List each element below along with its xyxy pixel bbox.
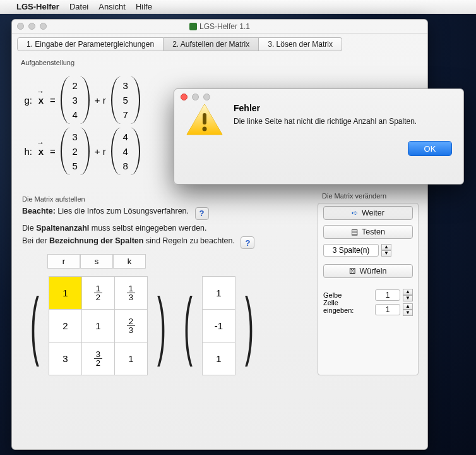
gelbe-row-down[interactable]: ▼ xyxy=(403,295,413,301)
eq-h-point: 3 2 5 xyxy=(61,128,90,175)
matrix-cell[interactable]: 12 xyxy=(81,277,114,310)
spalten-input[interactable] xyxy=(323,244,379,257)
hint-bezeichnung: Bei der Bezeichnung der Spalten sind Reg… xyxy=(22,236,307,250)
hint-spaltenanzahl: Die Spaltenanzahl muss selbst eingegeben… xyxy=(22,224,307,233)
eq-h-dir: 4 4 8 xyxy=(111,128,140,175)
error-dialog: Fehler Die linke Seite hat nicht die ric… xyxy=(174,88,464,185)
svg-rect-0 xyxy=(203,113,206,124)
tab-eingabe[interactable]: 1. Eingabe der Parametergleichungen xyxy=(17,37,164,51)
close-icon[interactable] xyxy=(17,23,24,30)
spalten-step-down[interactable]: ▼ xyxy=(381,250,391,257)
menu-datei[interactable]: Datei xyxy=(69,2,88,11)
alert-title: Fehler xyxy=(234,103,417,113)
gelbe-col-down[interactable]: ▼ xyxy=(403,310,413,316)
vector-x-icon: x xyxy=(37,146,45,157)
spalten-step-up[interactable]: ▲ xyxy=(381,244,391,250)
warning-icon xyxy=(186,103,223,136)
equals: = xyxy=(50,95,56,106)
gelbe-col-input[interactable] xyxy=(375,304,400,315)
matrix-grid: 1 12 13 2 1 23 3 32 1 xyxy=(49,276,148,375)
titlebar: LGS-Helfer 1.1 xyxy=(12,20,427,33)
label-veraendern: Die Matrix verändern xyxy=(322,192,413,200)
alert-message: Die linke Seite hat nicht die richtige A… xyxy=(234,117,417,126)
dice-icon: ⚄ xyxy=(349,267,355,276)
tabs: 1. Eingabe der Parametergleichungen 2. A… xyxy=(17,37,422,51)
label-aufstellen: Die Matrix aufstellen xyxy=(22,195,307,203)
window-title: LGS-Helfer 1.1 xyxy=(199,22,250,31)
ok-button[interactable]: OK xyxy=(408,141,452,156)
matrix-cell[interactable]: 1 xyxy=(81,310,114,343)
testen-button[interactable]: ▤ Testen xyxy=(323,225,413,239)
svg-point-1 xyxy=(203,127,207,131)
rhs-cell[interactable]: 1 xyxy=(202,277,235,310)
menubar: LGS-Helfer Datei Ansicht Hilfe xyxy=(0,0,476,14)
col-header-k[interactable]: k xyxy=(113,254,146,269)
help-spalten-button[interactable]: ? xyxy=(241,236,254,249)
equals: = xyxy=(50,146,56,157)
matrix-cell[interactable]: 3 xyxy=(49,343,81,375)
rhs-cell[interactable]: 1 xyxy=(202,343,235,375)
col-header-r[interactable]: r xyxy=(47,254,80,269)
eq-g-label: g: xyxy=(21,95,32,106)
gelbe-row-up[interactable]: ▲ xyxy=(403,289,413,295)
gelbe-zelle-group: Gelbe Zelle eingeben: ▲ ▼ xyxy=(323,287,413,318)
weiter-button[interactable]: ➪ Weiter xyxy=(323,206,413,220)
plus-r: + r xyxy=(95,146,106,157)
matrix-cell[interactable]: 23 xyxy=(114,310,147,343)
tab-loesen[interactable]: 3. Lösen der Matrix xyxy=(259,37,342,51)
close-icon[interactable] xyxy=(181,94,187,100)
gelbe-row-input[interactable] xyxy=(375,289,400,301)
rhs-cell[interactable]: -1 xyxy=(202,310,235,343)
plus-r: + r xyxy=(95,95,106,106)
minimize-icon[interactable] xyxy=(192,94,199,100)
clipboard-icon: ▤ xyxy=(351,228,358,236)
hint-beachte: Beachte: Lies die Infos zum Lösungsverfa… xyxy=(22,207,307,220)
zoom-icon[interactable] xyxy=(203,94,210,100)
col-header-s[interactable]: s xyxy=(80,254,113,269)
help-verfahren-button[interactable]: ? xyxy=(195,207,209,220)
matrix-col-headers: r s k xyxy=(47,254,307,269)
menu-hilfe[interactable]: Hilfe xyxy=(136,2,152,11)
minimize-icon[interactable] xyxy=(28,23,35,30)
zoom-icon[interactable] xyxy=(40,23,47,30)
label-aufgabe: Aufgabenstellung xyxy=(21,59,419,66)
main-window: LGS-Helfer 1.1 1. Eingabe der Parameterg… xyxy=(11,19,428,450)
app-name-menu[interactable]: LGS-Helfer xyxy=(16,2,59,11)
app-icon xyxy=(189,23,197,30)
vector-x-icon: x xyxy=(37,95,45,106)
eq-g-dir: 3 5 7 xyxy=(111,76,140,124)
matrix-cell[interactable]: 2 xyxy=(49,310,81,343)
eq-h-label: h: xyxy=(21,146,32,157)
matrix-cell[interactable]: 13 xyxy=(114,277,147,310)
matrix-cell[interactable]: 32 xyxy=(81,343,114,375)
matrix-cell[interactable]: 1 xyxy=(49,277,81,310)
tab-aufstellen[interactable]: 2. Aufstellen der Matrix xyxy=(164,37,259,51)
rhs-vector: 1 -1 1 xyxy=(202,276,235,375)
matrix-cell[interactable]: 1 xyxy=(114,343,147,375)
eq-g-point: 2 3 4 xyxy=(61,76,90,124)
side-panel: Die Matrix verändern ➪ Weiter ▤ Testen ▲… xyxy=(318,203,419,375)
arrow-right-icon: ➪ xyxy=(352,209,358,217)
menu-ansicht[interactable]: Ansicht xyxy=(98,2,126,11)
wuerfeln-button[interactable]: ⚄ Würfeln xyxy=(323,264,413,278)
gelbe-col-up[interactable]: ▲ xyxy=(403,303,413,310)
